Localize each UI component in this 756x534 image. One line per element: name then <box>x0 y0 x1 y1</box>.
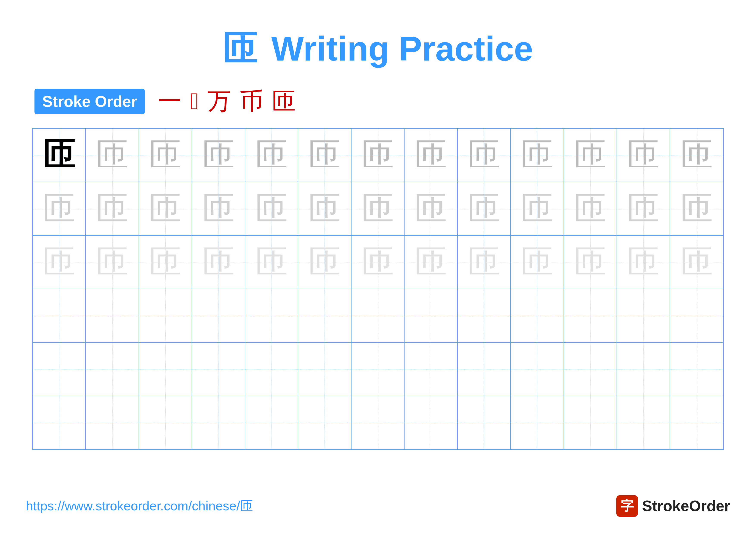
grid-cell[interactable] <box>511 343 564 396</box>
grid-cell[interactable]: 匝 <box>298 236 351 289</box>
grid-row-5 <box>33 343 723 396</box>
grid-cell[interactable] <box>86 289 139 342</box>
grid-cell[interactable]: 匝 <box>33 182 86 235</box>
grid-cell[interactable] <box>458 396 511 449</box>
title-label: Writing Practice <box>271 29 533 68</box>
practice-char: 匝 <box>149 133 181 177</box>
grid-cell[interactable]: 匝 <box>564 182 617 235</box>
grid-cell[interactable]: 匝 <box>139 236 192 289</box>
grid-cell[interactable] <box>245 396 298 449</box>
grid-cell[interactable] <box>617 343 670 396</box>
grid-cell[interactable]: 匝 <box>564 236 617 289</box>
grid-cell[interactable]: 匝 <box>670 182 723 235</box>
grid-cell[interactable] <box>33 396 86 449</box>
grid-cell[interactable] <box>298 343 351 396</box>
grid-cell[interactable]: 匝 <box>245 129 298 182</box>
grid-cell[interactable]: 匝 <box>86 182 139 235</box>
stroke-order-section: Stroke Order 一 𠃌 万 币 匝 <box>35 85 730 117</box>
practice-char: 匝 <box>521 187 553 231</box>
grid-cell[interactable]: 匝 <box>617 129 670 182</box>
grid-cell[interactable] <box>405 343 458 396</box>
grid-cell[interactable] <box>511 289 564 342</box>
grid-cell[interactable] <box>670 289 723 342</box>
grid-cell[interactable] <box>33 343 86 396</box>
practice-char: 匝 <box>415 187 447 231</box>
footer-logo-char: 字 <box>621 497 634 515</box>
grid-cell[interactable]: 匝 <box>405 236 458 289</box>
grid-cell[interactable]: 匝 <box>458 236 511 289</box>
grid-cell[interactable] <box>86 343 139 396</box>
grid-cell[interactable]: 匝 <box>139 182 192 235</box>
grid-cell[interactable] <box>192 396 245 449</box>
grid-cell[interactable] <box>351 343 405 396</box>
grid-cell[interactable]: 匝 <box>351 129 405 182</box>
practice-char: 匝 <box>309 241 341 284</box>
grid-cell[interactable]: 匝 <box>33 236 86 289</box>
grid-cell[interactable]: 匝 <box>298 129 351 182</box>
grid-cell[interactable]: 匝 <box>511 129 564 182</box>
grid-cell[interactable] <box>298 396 351 449</box>
grid-cell[interactable]: 匝 <box>298 182 351 235</box>
practice-char: 匝 <box>362 241 394 284</box>
grid-cell[interactable] <box>458 343 511 396</box>
grid-cell[interactable]: 匝 <box>139 129 192 182</box>
grid-cell[interactable] <box>511 396 564 449</box>
grid-cell[interactable]: 匝 <box>192 129 245 182</box>
footer-url: https://www.strokeorder.com/chinese/匝 <box>26 497 253 515</box>
grid-cell[interactable] <box>617 396 670 449</box>
practice-char: 匝 <box>627 241 660 284</box>
practice-grid: 匝 匝 匝 匝 匝 匝 匝 匝 匝 匝 匝 匝 匝 匝 匝 匝 匝 匝 匝 匝 … <box>32 128 724 450</box>
grid-cell[interactable] <box>458 289 511 342</box>
grid-cell[interactable]: 匝 <box>33 129 86 182</box>
grid-cell[interactable]: 匝 <box>192 182 245 235</box>
grid-cell[interactable] <box>245 289 298 342</box>
stroke-4: 币 <box>240 85 263 117</box>
grid-row-6 <box>33 396 723 449</box>
grid-cell[interactable]: 匝 <box>86 236 139 289</box>
grid-cell[interactable] <box>298 289 351 342</box>
grid-cell[interactable]: 匝 <box>405 182 458 235</box>
grid-cell[interactable]: 匝 <box>245 236 298 289</box>
grid-cell[interactable] <box>351 289 405 342</box>
grid-cell[interactable]: 匝 <box>351 236 405 289</box>
grid-cell[interactable] <box>564 343 617 396</box>
grid-cell[interactable] <box>670 396 723 449</box>
grid-cell[interactable] <box>139 396 192 449</box>
grid-cell[interactable]: 匝 <box>458 129 511 182</box>
grid-cell[interactable]: 匝 <box>511 236 564 289</box>
grid-row-2: 匝 匝 匝 匝 匝 匝 匝 匝 匝 匝 匝 匝 匝 <box>33 182 723 236</box>
grid-cell[interactable]: 匝 <box>670 129 723 182</box>
grid-cell[interactable] <box>139 289 192 342</box>
grid-cell[interactable]: 匝 <box>245 182 298 235</box>
grid-cell[interactable]: 匝 <box>617 182 670 235</box>
grid-cell[interactable] <box>617 289 670 342</box>
grid-cell[interactable] <box>351 396 405 449</box>
grid-cell[interactable] <box>192 289 245 342</box>
grid-cell[interactable] <box>405 396 458 449</box>
grid-cell[interactable] <box>245 343 298 396</box>
grid-cell[interactable] <box>192 343 245 396</box>
practice-char: 匝 <box>681 241 713 284</box>
grid-cell[interactable]: 匝 <box>564 129 617 182</box>
grid-cell[interactable] <box>86 396 139 449</box>
grid-cell[interactable]: 匝 <box>405 129 458 182</box>
grid-cell[interactable]: 匝 <box>617 236 670 289</box>
grid-cell[interactable]: 匝 <box>351 182 405 235</box>
practice-char: 匝 <box>43 187 75 231</box>
footer: https://www.strokeorder.com/chinese/匝 字 … <box>26 495 730 517</box>
stroke-5: 匝 <box>272 85 296 117</box>
grid-cell[interactable] <box>670 343 723 396</box>
grid-cell[interactable]: 匝 <box>192 236 245 289</box>
grid-cell[interactable] <box>33 289 86 342</box>
grid-cell[interactable]: 匝 <box>86 129 139 182</box>
grid-cell[interactable] <box>139 343 192 396</box>
grid-cell[interactable]: 匝 <box>458 182 511 235</box>
grid-row-3: 匝 匝 匝 匝 匝 匝 匝 匝 匝 匝 匝 匝 匝 <box>33 236 723 289</box>
grid-cell[interactable]: 匝 <box>511 182 564 235</box>
grid-cell[interactable] <box>564 396 617 449</box>
practice-char: 匝 <box>149 241 181 284</box>
grid-cell[interactable]: 匝 <box>670 236 723 289</box>
grid-cell[interactable] <box>564 289 617 342</box>
grid-cell[interactable] <box>405 289 458 342</box>
practice-char: 匝 <box>681 133 713 177</box>
